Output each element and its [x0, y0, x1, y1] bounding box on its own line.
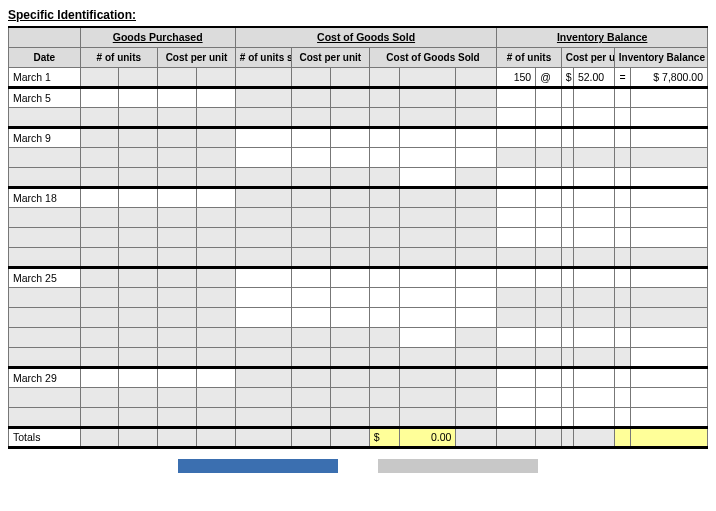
section-inventory-balance: Inventory Balance — [497, 27, 708, 47]
table-row: March 5 — [9, 87, 708, 107]
col-gp-cost: Cost per unit — [158, 47, 236, 67]
col-gp-units: # of units — [80, 47, 158, 67]
table-row — [9, 227, 708, 247]
table-row — [9, 327, 708, 347]
totals-cogs-prefix: $ — [369, 427, 400, 447]
table-row — [9, 307, 708, 327]
table-row — [9, 407, 708, 427]
col-date: Date — [9, 47, 81, 67]
table-row: March 9 — [9, 127, 708, 147]
page-title: Specific Identification: — [8, 8, 708, 22]
ib-cost-prefix: $ — [561, 67, 573, 87]
totals-label: Totals — [9, 427, 81, 447]
primary-button[interactable] — [178, 459, 338, 473]
table-row — [9, 167, 708, 187]
table-row: March 25 — [9, 267, 708, 287]
date-cell: March 1 — [9, 67, 81, 87]
table-row — [9, 387, 708, 407]
col-cogs-total: Cost of Goods Sold — [369, 47, 497, 67]
totals-row: Totals $ 0.00 — [9, 427, 708, 447]
totals-ib-prefix — [614, 427, 630, 447]
table-row — [9, 147, 708, 167]
inventory-table: Goods Purchased Cost of Goods Sold Inven… — [8, 26, 708, 449]
date-cell: March 25 — [9, 267, 81, 287]
footer-bar — [8, 459, 708, 473]
date-cell: March 29 — [9, 367, 81, 387]
table-row: March 18 — [9, 187, 708, 207]
col-cogs-units: # of units sold — [235, 47, 291, 67]
ib-total[interactable]: $ 7,800.00 — [631, 67, 708, 87]
table-row: March 29 — [9, 367, 708, 387]
date-cell: March 9 — [9, 127, 81, 147]
date-cell: March 5 — [9, 87, 81, 107]
col-ib-total: Inventory Balance — [614, 47, 707, 67]
col-ib-cost: Cost per unit — [561, 47, 614, 67]
table-row — [9, 107, 708, 127]
totals-cogs-value[interactable]: 0.00 — [400, 427, 456, 447]
date-cell: March 18 — [9, 187, 81, 207]
section-cogs: Cost of Goods Sold — [235, 27, 497, 47]
table-row — [9, 287, 708, 307]
table-row: March 1 150 @ $ 52.00 = $ 7,800.00 — [9, 67, 708, 87]
col-cogs-cost: Cost per unit — [292, 47, 370, 67]
table-row — [9, 207, 708, 227]
totals-ib-value[interactable] — [631, 427, 708, 447]
ib-units[interactable]: 150 — [497, 67, 536, 87]
table-row — [9, 347, 708, 367]
section-goods-purchased: Goods Purchased — [80, 27, 235, 47]
ib-at: @ — [536, 67, 562, 87]
ib-cost[interactable]: 52.00 — [573, 67, 614, 87]
secondary-button[interactable] — [378, 459, 538, 473]
col-ib-units: # of units — [497, 47, 561, 67]
table-row — [9, 247, 708, 267]
ib-eq: = — [614, 67, 630, 87]
